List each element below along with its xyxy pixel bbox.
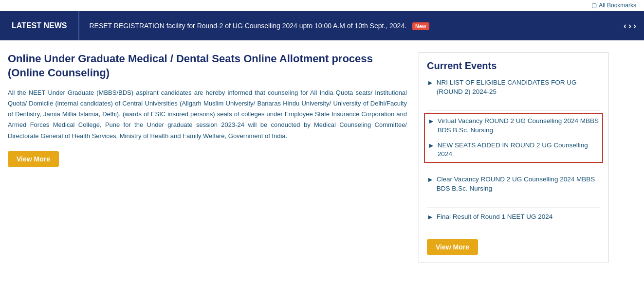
news-prev-button[interactable]: ‹ (624, 21, 626, 31)
divider-3 (427, 207, 600, 208)
bookmarks-label: All Bookmarks (599, 2, 636, 9)
event-link-5[interactable]: Final Result of Round 1 NEET UG 2024 (437, 212, 552, 222)
main-content: Online Under Graduate Medical / Dental S… (0, 40, 633, 275)
event-link-3[interactable]: NEW SEATS ADDED IN ROUND 2 UG Counsellin… (438, 141, 599, 159)
news-text: RESET REGISTRATION facility for Round-2 … (89, 22, 406, 30)
top-bar: ▢ All Bookmarks (0, 0, 644, 11)
bullet-icon: ► (428, 142, 435, 149)
bullet-icon: ► (427, 176, 434, 183)
list-item: ► Clear Vacancy ROUND 2 UG Counselling 2… (427, 175, 600, 200)
highlighted-events-box: ► Virtual Vacancy ROUND 2 UG Counselling… (424, 113, 603, 163)
list-item: ► Virtual Vacancy ROUND 2 UG Counselling… (428, 117, 599, 135)
left-panel: Online Under Graduate Medical / Dental S… (8, 52, 407, 263)
left-view-more-button[interactable]: View More (8, 151, 59, 167)
event-link-4[interactable]: Clear Vacancy ROUND 2 UG Counselling 202… (437, 175, 600, 194)
news-new-badge: New (412, 22, 429, 30)
right-view-more-button[interactable]: View More (427, 239, 478, 255)
bullet-icon: ► (427, 79, 434, 87)
right-panel: Current Events ► NRI LIST OF ELIGIBLE CA… (419, 52, 608, 263)
news-content: RESET REGISTRATION facility for Round-2 … (79, 22, 616, 30)
list-item: ► NEW SEATS ADDED IN ROUND 2 UG Counsell… (428, 141, 599, 159)
event-link-1[interactable]: NRI LIST OF ELIGIBLE CANDIDATES FOR UG (… (437, 78, 600, 97)
bullet-icon: ► (428, 117, 435, 125)
news-label: LATEST NEWS (0, 11, 79, 40)
bullet-icon: ► (427, 213, 434, 221)
event-link-2[interactable]: Virtual Vacancy ROUND 2 UG Counselling 2… (438, 117, 599, 135)
bookmark-icon: ▢ (591, 2, 597, 9)
news-banner: LATEST NEWS RESET REGISTRATION facility … (0, 11, 644, 40)
list-item: ► Final Result of Round 1 NEET UG 2024 (427, 212, 600, 229)
divider-2 (427, 170, 600, 170)
list-item: ► NRI LIST OF ELIGIBLE CANDIDATES FOR UG… (427, 78, 600, 104)
news-fast-forward-button[interactable]: › (633, 21, 636, 31)
bookmarks-link[interactable]: ▢ All Bookmarks (591, 2, 636, 9)
news-navigation: ‹ › › (616, 21, 644, 31)
page-title: Online Under Graduate Medical / Dental S… (8, 52, 407, 80)
events-title: Current Events (427, 60, 600, 71)
description-text: All the NEET Under Graduate (MBBS/BDS) a… (8, 88, 407, 141)
news-next-button[interactable]: › (628, 21, 631, 31)
divider-1 (427, 110, 600, 111)
